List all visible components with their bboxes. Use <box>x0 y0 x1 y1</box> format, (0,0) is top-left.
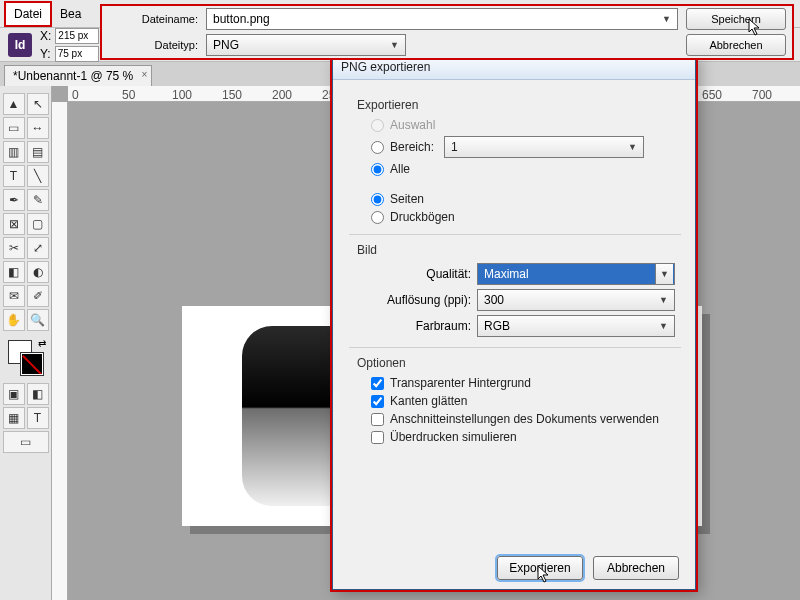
apply-color[interactable]: ▣ <box>3 383 25 405</box>
png-export-dialog: PNG exportieren Exportieren Auswahl Bere… <box>332 54 696 590</box>
resolution-value: 300 <box>484 293 504 307</box>
dialog-cancel-button[interactable]: Abbrechen <box>593 556 679 580</box>
direct-selection-tool[interactable]: ↖ <box>27 93 49 115</box>
quality-label: Qualität: <box>361 267 471 281</box>
chevron-down-icon: ▼ <box>655 264 673 284</box>
x-field[interactable] <box>55 28 99 44</box>
eyedropper-tool[interactable]: ✐ <box>27 285 49 307</box>
check-bleed[interactable] <box>371 413 384 426</box>
check-bleed-row[interactable]: Anschnitteinstellungen des Dokuments ver… <box>371 412 675 426</box>
apply-gradient[interactable]: ◧ <box>27 383 49 405</box>
radio-druckbogen-row[interactable]: Druckbögen <box>371 210 675 224</box>
view-mode-normal[interactable]: ▦ <box>3 407 25 429</box>
check-transparent-label: Transparenter Hintergrund <box>390 376 531 390</box>
radio-auswahl-row: Auswahl <box>371 118 675 132</box>
save-cancel-button[interactable]: Abbrechen <box>686 34 786 56</box>
page-tool[interactable]: ▭ <box>3 117 25 139</box>
ruler-tick: 0 <box>72 88 79 102</box>
ruler-tick: 150 <box>222 88 242 102</box>
radio-seiten-row[interactable]: Seiten <box>371 192 675 206</box>
stroke-swatch[interactable] <box>20 352 44 376</box>
y-field[interactable] <box>55 46 99 62</box>
chevron-down-icon: ▼ <box>628 142 637 152</box>
radio-druckbogen[interactable] <box>371 211 384 224</box>
check-antialias[interactable] <box>371 395 384 408</box>
radio-alle-label: Alle <box>390 162 410 176</box>
radio-auswahl-label: Auswahl <box>390 118 435 132</box>
ruler-vertical <box>52 102 68 600</box>
pen-tool[interactable]: ✒ <box>3 189 25 211</box>
color-swatches[interactable]: ⇄ <box>6 338 46 378</box>
radio-auswahl <box>371 119 384 132</box>
radio-bereich[interactable] <box>371 141 384 154</box>
radio-bereich-label: Bereich: <box>390 140 434 154</box>
content-collector-tool[interactable]: ▥ <box>3 141 25 163</box>
save-button[interactable]: Speichern <box>686 8 786 30</box>
filetype-combo[interactable]: PNG ▼ <box>206 34 406 56</box>
note-tool[interactable]: ✉ <box>3 285 25 307</box>
radio-alle[interactable] <box>371 163 384 176</box>
zoom-tool[interactable]: 🔍 <box>27 309 49 331</box>
check-bleed-label: Anschnitteinstellungen des Dokuments ver… <box>390 412 659 426</box>
chevron-down-icon: ▼ <box>662 14 671 24</box>
gradient-swatch-tool[interactable]: ◧ <box>3 261 25 283</box>
radio-alle-row[interactable]: Alle <box>371 162 675 176</box>
rectangle-tool[interactable]: ▢ <box>27 213 49 235</box>
ruler-tick: 200 <box>272 88 292 102</box>
ruler-tick: 50 <box>122 88 135 102</box>
check-antialias-row[interactable]: Kanten glätten <box>371 394 675 408</box>
options-group-title: Optionen <box>357 356 675 370</box>
app-id-icon: Id <box>8 33 32 57</box>
colorspace-combo[interactable]: RGB ▼ <box>477 315 675 337</box>
hand-tool[interactable]: ✋ <box>3 309 25 331</box>
quality-value: Maximal <box>484 267 529 281</box>
ruler-tick: 100 <box>172 88 192 102</box>
menu-edit-fragment[interactable]: Bea <box>52 3 89 25</box>
pencil-tool[interactable]: ✎ <box>27 189 49 211</box>
check-overprint[interactable] <box>371 431 384 444</box>
type-tool[interactable]: T <box>3 165 25 187</box>
check-transparent[interactable] <box>371 377 384 390</box>
swap-colors-icon[interactable]: ⇄ <box>38 338 46 349</box>
check-overprint-row[interactable]: Überdrucken simulieren <box>371 430 675 444</box>
filetype-value: PNG <box>213 38 239 52</box>
resolution-combo[interactable]: 300 ▼ <box>477 289 675 311</box>
screen-mode[interactable]: ▭ <box>3 431 49 453</box>
selection-tool[interactable]: ▲ <box>3 93 25 115</box>
line-tool[interactable]: ╲ <box>27 165 49 187</box>
bild-group-title: Bild <box>357 243 675 257</box>
content-placer-tool[interactable]: ▤ <box>27 141 49 163</box>
chevron-down-icon: ▼ <box>390 40 399 50</box>
check-antialias-label: Kanten glätten <box>390 394 467 408</box>
bereich-value: 1 <box>451 140 458 154</box>
export-button[interactable]: Exportieren <box>497 556 583 580</box>
chevron-down-icon: ▼ <box>659 295 668 305</box>
gap-tool[interactable]: ↔ <box>27 117 49 139</box>
radio-seiten-label: Seiten <box>390 192 424 206</box>
ruler-tick: 650 <box>702 88 722 102</box>
document-tab[interactable]: *Unbenannt-1 @ 75 % × <box>4 65 152 86</box>
check-transparent-row[interactable]: Transparenter Hintergrund <box>371 376 675 390</box>
close-icon[interactable]: × <box>141 69 147 80</box>
save-file-bar: Dateiname: button.png ▼ Speichern Dateit… <box>100 4 794 60</box>
resolution-label: Auflösung (ppi): <box>361 293 471 307</box>
radio-druckbogen-label: Druckbögen <box>390 210 455 224</box>
document-tab-title: *Unbenannt-1 @ 75 % <box>13 69 133 83</box>
colorspace-label: Farbraum: <box>361 319 471 333</box>
bereich-combo[interactable]: 1 ▼ <box>444 136 644 158</box>
radio-seiten[interactable] <box>371 193 384 206</box>
free-transform-tool[interactable]: ⤢ <box>27 237 49 259</box>
filename-label: Dateiname: <box>142 13 198 25</box>
menu-file[interactable]: Datei <box>4 1 52 27</box>
quality-combo[interactable]: Maximal ▼ <box>477 263 675 285</box>
radio-bereich-row[interactable]: Bereich: 1 ▼ <box>371 136 675 158</box>
colorspace-value: RGB <box>484 319 510 333</box>
filetype-label: Dateityp: <box>155 39 198 51</box>
scissors-tool[interactable]: ✂ <box>3 237 25 259</box>
y-label: Y: <box>40 47 51 61</box>
ruler-tick: 700 <box>752 88 772 102</box>
rectangle-frame-tool[interactable]: ⊠ <box>3 213 25 235</box>
filename-field[interactable]: button.png ▼ <box>206 8 678 30</box>
gradient-feather-tool[interactable]: ◐ <box>27 261 49 283</box>
view-mode-preview[interactable]: T <box>27 407 49 429</box>
